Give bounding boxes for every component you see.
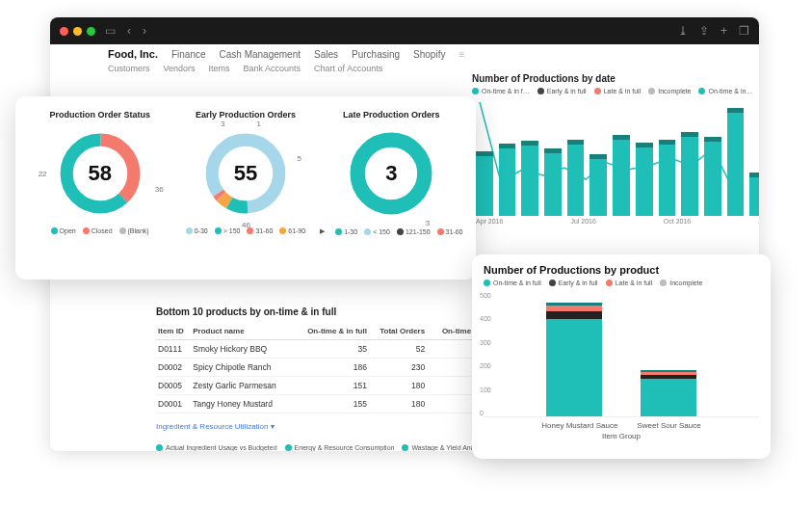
play-icon[interactable]: ▶ bbox=[320, 227, 325, 235]
col-header[interactable]: Item ID bbox=[156, 323, 191, 340]
chart-title: Number of Productions by date bbox=[472, 73, 759, 84]
legend-item[interactable]: Early & in full bbox=[549, 280, 598, 286]
chart-bars: 8 0 100% 75% bbox=[472, 100, 759, 216]
subnav-vendors[interactable]: Vendors bbox=[164, 64, 196, 73]
donut-order-status: Production Order Status 58 22 36 OpenClo… bbox=[27, 110, 172, 235]
bar bbox=[476, 151, 493, 217]
minimize-icon[interactable] bbox=[73, 27, 82, 36]
card-productions-by-product: Number of Productions by product On-time… bbox=[472, 254, 771, 459]
maximize-icon[interactable] bbox=[87, 27, 95, 36]
brand[interactable]: Food, Inc. bbox=[108, 48, 158, 60]
legend-item[interactable]: 1-30 bbox=[335, 227, 357, 235]
nav-shopify[interactable]: Shopify bbox=[413, 49, 445, 60]
subnav-items[interactable]: Items bbox=[209, 64, 230, 73]
donut-value: 55 bbox=[201, 129, 290, 218]
bar bbox=[499, 144, 516, 216]
ingredient-tab[interactable]: Actual Ingredient Usage vs Budgeted bbox=[156, 444, 277, 451]
donut-early-orders: Early Production Orders 55 3 1 5 46 0-30… bbox=[172, 110, 318, 235]
donut-late-orders: Late Production Orders 3 3 ▶1-30< 150121… bbox=[319, 110, 464, 235]
subnav-coa[interactable]: Chart of Accounts bbox=[314, 64, 382, 73]
table-body: D0111Smoky Hickory BBQ355267.3 %D0002Spi… bbox=[156, 340, 512, 413]
nav-finance[interactable]: Finance bbox=[171, 49, 206, 60]
table-header-row: Item IDProduct nameOn-time & in fullTota… bbox=[156, 323, 512, 340]
donut-value: 58 bbox=[56, 129, 144, 218]
ingredient-tab[interactable]: Energy & Resource Consumption bbox=[285, 444, 395, 451]
legend-item[interactable]: Incomplete bbox=[660, 280, 702, 286]
table-row[interactable]: D0111Smoky Hickory BBQ355267.3 % bbox=[156, 340, 512, 359]
bar bbox=[613, 135, 630, 216]
col-header[interactable]: Product name bbox=[191, 323, 294, 340]
top-nav: Food, Inc. Finance Cash Management Sales… bbox=[50, 44, 759, 62]
bar bbox=[636, 143, 653, 217]
bar bbox=[727, 108, 745, 217]
bar bbox=[521, 141, 538, 216]
bar bbox=[749, 173, 759, 216]
bar bbox=[589, 154, 607, 217]
titlebar: ▭ ‹ › ⤓ ⇪ + ❐ bbox=[50, 17, 759, 44]
legend-item[interactable]: On-time & in… bbox=[698, 88, 752, 94]
legend-item[interactable]: < 150 bbox=[364, 227, 390, 235]
col-header[interactable]: Total Orders bbox=[369, 323, 427, 340]
share-icon[interactable]: ⇪ bbox=[699, 24, 709, 38]
x-axis-label: Item Group bbox=[484, 432, 759, 440]
table-row[interactable]: D0005Zesty Garlic Parmesan15118083.9 % bbox=[156, 377, 512, 395]
table-row[interactable]: D0001Tangy Honey Mustard15518086.1 % bbox=[156, 395, 512, 413]
legend-item[interactable]: Incomplete bbox=[648, 88, 691, 94]
legend-item[interactable]: On-time & in f… bbox=[472, 88, 530, 94]
legend-item[interactable]: 31-60 bbox=[247, 227, 273, 234]
legend-item[interactable]: Closed bbox=[83, 227, 113, 234]
ingredient-header[interactable]: Ingredient & Resource Utilization ▾ bbox=[156, 422, 275, 431]
add-icon[interactable]: + bbox=[720, 24, 727, 38]
legend-item[interactable]: 121-150 bbox=[397, 227, 431, 235]
copy-icon[interactable]: ❐ bbox=[739, 24, 749, 38]
subnav-customers[interactable]: Customers bbox=[108, 64, 150, 73]
legend-item[interactable]: Late & in full bbox=[606, 280, 653, 286]
x-labels: Honey Mustard Sauce Sweet Sour Sauce bbox=[484, 421, 759, 430]
legend-item[interactable]: 61-90 bbox=[279, 227, 305, 234]
ingredient-section: Ingredient & Resource Utilization ▾ Actu… bbox=[156, 422, 503, 451]
nav-more-icon[interactable]: ≡ bbox=[458, 49, 464, 60]
forward-icon[interactable]: › bbox=[143, 24, 146, 38]
nav-sales[interactable]: Sales bbox=[314, 49, 338, 60]
legend-item[interactable]: Open bbox=[51, 227, 76, 234]
close-icon[interactable] bbox=[60, 27, 68, 36]
table-title: Bottom 10 products by on-time & in full bbox=[156, 306, 512, 317]
nav-purchasing[interactable]: Purchasing bbox=[352, 49, 400, 60]
sidebar-toggle-icon[interactable]: ▭ bbox=[105, 24, 116, 38]
legend-item[interactable]: 31-60 bbox=[437, 227, 463, 235]
chart-productions-by-date: Number of Productions by date On-time & … bbox=[472, 73, 759, 247]
chart-legend: On-time & in fullEarly & in fullLate & i… bbox=[484, 280, 759, 286]
bar bbox=[544, 148, 562, 217]
x-axis: Apr 2016 Jul 2016 Oct 2016 Jan 2017 bbox=[472, 216, 759, 226]
bar bbox=[659, 140, 676, 217]
bar bbox=[567, 140, 585, 217]
chart-bars: 5004003002001000 bbox=[484, 292, 759, 417]
traffic-lights bbox=[60, 27, 95, 36]
subnav-bank[interactable]: Bank Accounts bbox=[244, 64, 301, 73]
back-icon[interactable]: ‹ bbox=[127, 24, 131, 38]
data-table: Item IDProduct nameOn-time & in fullTota… bbox=[156, 323, 512, 413]
legend-item[interactable]: Early & in full bbox=[537, 88, 587, 94]
chart-title: Number of Productions by product bbox=[484, 264, 759, 276]
download-icon[interactable]: ⤓ bbox=[678, 24, 688, 38]
table-bottom-products: Bottom 10 products by on-time & in full … bbox=[156, 306, 512, 413]
legend-item[interactable]: (Blank) bbox=[119, 227, 149, 234]
bar bbox=[681, 132, 698, 216]
donut-value: 3 bbox=[347, 129, 435, 218]
legend-item[interactable]: On-time & in full bbox=[484, 280, 541, 286]
chart-legend: On-time & in f…Early & in fullLate & in … bbox=[472, 88, 759, 94]
y-axis: 5004003002001000 bbox=[480, 292, 491, 416]
col-header[interactable]: On-time & in full bbox=[294, 323, 369, 340]
nav-cash[interactable]: Cash Management bbox=[220, 49, 301, 60]
legend-item[interactable]: > 150 bbox=[215, 227, 241, 234]
bar bbox=[704, 137, 721, 217]
table-row[interactable]: D0002Spicy Chipotle Ranch18623080.9 % bbox=[156, 359, 512, 377]
card-production-status: Production Order Status 58 22 36 OpenClo… bbox=[15, 96, 476, 280]
legend-item[interactable]: Late & in full bbox=[594, 88, 642, 94]
legend-item[interactable]: 0-30 bbox=[186, 227, 208, 234]
